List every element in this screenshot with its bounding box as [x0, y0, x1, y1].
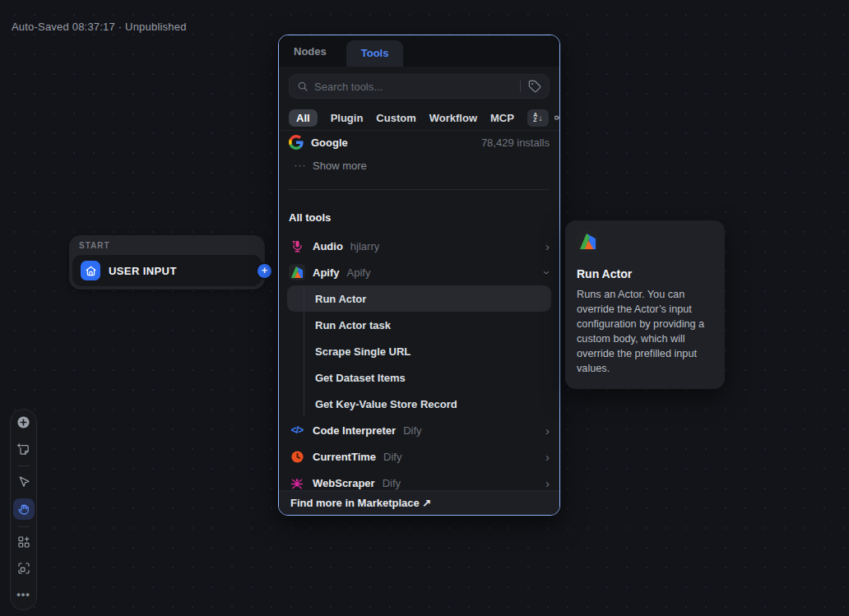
apify-icon — [289, 264, 305, 280]
marketplace-plugin-row[interactable]: Google 78,429 installs — [279, 131, 559, 154]
add-note-button[interactable] — [13, 442, 35, 456]
hand-icon — [17, 503, 30, 516]
chevron-right-icon[interactable]: › — [545, 451, 550, 463]
cursor-icon — [17, 475, 30, 489]
tool-author: Dify — [403, 424, 421, 437]
chevron-right-icon[interactable]: › — [545, 477, 550, 489]
code-interpreter-icon: </> — [289, 422, 305, 438]
tool-author: Apify — [347, 266, 371, 279]
tooltip-title: Run Actor — [577, 267, 713, 280]
filter-plugin[interactable]: Plugin — [331, 112, 364, 124]
note-plus-icon — [16, 442, 30, 456]
action-run-actor[interactable]: Run Actor — [287, 285, 551, 312]
filter-mcp[interactable]: MCP — [490, 112, 514, 124]
tool-row-webscraper[interactable]: WebScraper Dify › — [279, 470, 559, 490]
tool-name: CurrentTime — [313, 451, 376, 463]
google-logo-icon — [289, 135, 304, 150]
pointer-mode-button[interactable] — [13, 475, 35, 489]
sort-az-button[interactable]: AZ ↓ — [527, 109, 549, 127]
chevron-right-icon[interactable]: › — [545, 240, 550, 252]
autosave-status: Auto-Saved 08:37:17 · Unpublished — [12, 21, 187, 33]
tree-indent-line — [304, 287, 304, 415]
all-tools-heading: All tools — [279, 201, 559, 233]
tool-row-code-interpreter[interactable]: </> Code Interpreter Dify › — [279, 417, 559, 443]
tool-name: Apify — [313, 266, 340, 279]
frame-icon — [17, 562, 30, 575]
tool-author: Dify — [383, 477, 401, 489]
chevron-right-icon[interactable]: › — [545, 424, 550, 437]
audio-icon — [289, 238, 305, 254]
tooltip-description: Runs an Actor. You can override the Acto… — [577, 287, 713, 376]
plugin-installs: 78,429 installs — [481, 137, 550, 149]
tool-name: Code Interpreter — [313, 424, 396, 437]
tab-nodes[interactable]: Nodes — [292, 45, 328, 67]
action-run-actor-task[interactable]: Run Actor task — [287, 312, 551, 338]
search-placeholder: Search tools... — [314, 81, 513, 93]
action-get-dataset-items[interactable]: Get Dataset Items — [287, 364, 551, 391]
filter-all[interactable]: All — [289, 109, 318, 127]
fit-view-button[interactable] — [13, 561, 35, 576]
toolbar-more-button[interactable]: ••• — [13, 586, 35, 601]
plugin-name: Google — [311, 137, 348, 149]
hand-mode-button[interactable] — [13, 498, 35, 520]
add-node-button[interactable] — [13, 415, 35, 429]
layout-grid-plus-icon — [17, 535, 30, 549]
sort-arrow-icon: ↓ — [538, 113, 542, 123]
section-divider — [279, 177, 559, 201]
action-scrape-single-url[interactable]: Scrape Single URL — [287, 338, 551, 364]
home-icon — [81, 261, 100, 280]
tag-filter-icon[interactable] — [528, 80, 541, 93]
search-input[interactable]: Search tools... — [289, 74, 550, 99]
filter-custom[interactable]: Custom — [376, 112, 415, 124]
apify-icon — [577, 230, 599, 252]
tool-name: WebScraper — [313, 477, 375, 489]
filter-tabs: All Plugin Custom Workflow MCP AZ ↓ — [279, 105, 559, 130]
clock-icon — [289, 448, 305, 465]
ellipsis-icon: ··· — [292, 160, 309, 171]
tool-row-audio[interactable]: Audio hjlarry › — [279, 233, 559, 259]
more-dots-icon: ••• — [16, 588, 30, 600]
show-more-label: Show more — [313, 160, 367, 172]
tool-detail-tooltip: Run Actor Runs an Actor. You can overrid… — [565, 220, 725, 389]
organize-nodes-button[interactable] — [13, 535, 35, 549]
search-divider — [520, 81, 521, 92]
toolbar-divider — [18, 526, 30, 527]
workflow-canvas[interactable]: Auto-Saved 08:37:17 · Unpublished START … — [0, 0, 849, 616]
tools-list: Google 78,429 installs ··· Show more All… — [279, 131, 559, 490]
tool-author: hjlarry — [350, 240, 379, 252]
add-next-node-button[interactable]: + — [257, 264, 271, 278]
tree-view-icon[interactable] — [554, 111, 560, 125]
action-get-kv-store-record[interactable]: Get Key-Value Store Record — [287, 391, 551, 417]
start-node-card[interactable]: USER INPUT — [72, 255, 262, 286]
tab-tools[interactable]: Tools — [346, 40, 404, 67]
start-node[interactable]: START USER INPUT + — [69, 235, 265, 289]
canvas-toolbar: ••• — [10, 409, 37, 610]
tool-row-apify[interactable]: Apify Apify › — [279, 259, 559, 285]
search-icon — [297, 81, 309, 92]
start-node-badge: START — [79, 241, 110, 250]
tool-row-currenttime[interactable]: CurrentTime Dify › — [279, 443, 559, 470]
toolbar-divider — [18, 465, 30, 466]
sort-az-icon: AZ — [533, 113, 537, 123]
apify-actions-group: Run Actor Run Actor task Scrape Single U… — [279, 285, 559, 417]
plus-circle-icon — [16, 415, 30, 429]
show-more-row[interactable]: ··· Show more — [279, 154, 559, 177]
spider-icon — [289, 475, 305, 490]
search-area: Search tools... — [279, 67, 559, 105]
start-node-title: USER INPUT — [109, 265, 177, 277]
node-selector-panel: Nodes Tools Search tools... All Plugin C… — [278, 35, 560, 516]
tool-name: Audio — [313, 240, 343, 252]
tool-author: Dify — [383, 451, 401, 463]
chevron-down-icon[interactable]: › — [541, 271, 554, 275]
filter-workflow[interactable]: Workflow — [429, 112, 477, 124]
marketplace-link[interactable]: Find more in Marketplace ↗ — [279, 490, 559, 515]
panel-tabbar: Nodes Tools — [279, 35, 559, 67]
